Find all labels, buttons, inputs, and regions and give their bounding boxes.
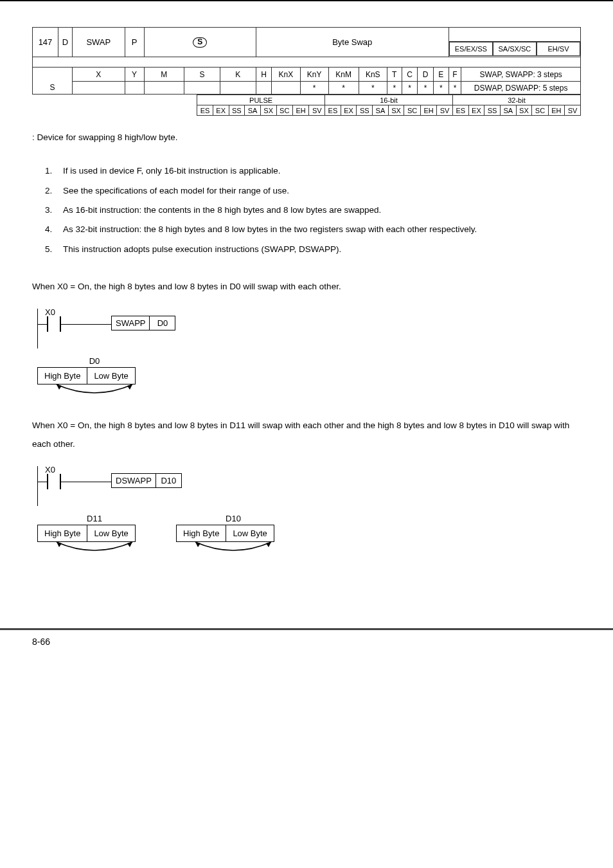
- instruction-header-table: 147 D SWAP P S Byte Swap ES/EX/SS SA/SX/…: [32, 27, 581, 95]
- example2-intro: When X0 = On, the high 8 bytes and low 8…: [32, 417, 581, 453]
- svg-marker-1: [127, 384, 132, 390]
- model-1: ES/EX/SS: [449, 42, 493, 56]
- byte-box-d11: High Byte Low Byte: [37, 525, 136, 542]
- svg-marker-0: [57, 384, 62, 390]
- page-footer: 8-66: [0, 628, 613, 653]
- svg-marker-5: [266, 542, 271, 547]
- swap-arrow-icon: [37, 383, 152, 400]
- svg-marker-3: [127, 542, 132, 547]
- model-3: EH/SV: [537, 42, 580, 56]
- description: Byte Swap: [256, 28, 449, 57]
- s-row-label: S: [33, 82, 73, 95]
- opcode-number: 147: [33, 28, 58, 57]
- svg-marker-2: [57, 542, 62, 547]
- example1-intro: When X0 = On, the high 8 bytes and low 8…: [32, 278, 581, 296]
- notes-list: 1.If is used in device F, only 16-bit in…: [32, 162, 581, 258]
- d-cell: D: [58, 28, 73, 57]
- swap-steps: SWAP, SWAPP: 3 steps: [461, 68, 581, 82]
- dollar-icon: S: [193, 37, 207, 48]
- ladder-diagram-2: X0 DSWAPP D10: [37, 466, 581, 506]
- pulse-table: PULSE 16-bit 32-bit ESEXSSSASXSCEHSVESEX…: [197, 95, 581, 116]
- p-cell: P: [125, 28, 144, 57]
- svg-marker-4: [195, 542, 200, 547]
- model-2: SA/SX/SC: [493, 42, 537, 56]
- swap-arrow-icon: [37, 541, 152, 557]
- operand-note: : Device for swapping 8 high/low byte.: [32, 129, 581, 147]
- instr-name: SWAP: [73, 28, 125, 57]
- swap-arrow-icon: [176, 541, 290, 557]
- dswap-steps: DSWAP, DSWAPP: 5 steps: [461, 82, 581, 95]
- ladder-diagram-1: X0 SWAPP D0: [37, 309, 581, 348]
- type-icon-cell: S: [144, 28, 256, 57]
- byte-box-d0: High Byte Low Byte: [37, 367, 136, 384]
- byte-box-d10: High Byte Low Byte: [176, 525, 274, 542]
